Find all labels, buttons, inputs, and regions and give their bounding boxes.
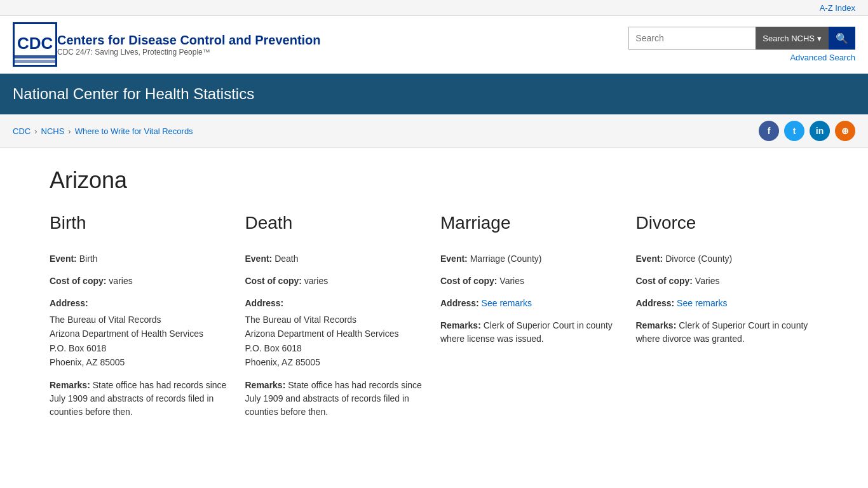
- linkedin-share-button[interactable]: in: [810, 121, 830, 141]
- death-address-block: The Bureau of Vital Records Arizona Depa…: [245, 313, 428, 370]
- cdc-logo-area: CDC Centers for Disease Control and Prev…: [13, 22, 321, 67]
- birth-event-value: Birth: [79, 254, 98, 264]
- birth-column: Birth Event: Birth Cost of copy: varies …: [50, 213, 233, 428]
- site-banner: National Center for Health Statistics: [0, 74, 868, 114]
- death-addr-3: P.O. Box 6018: [245, 341, 428, 355]
- death-addr-1: The Bureau of Vital Records: [245, 313, 428, 327]
- birth-cost: Cost of copy: varies: [50, 274, 233, 288]
- search-nchs-label: Search NCHS: [763, 34, 815, 43]
- divorce-heading: Divorce: [636, 213, 819, 240]
- marriage-address: Address: See remarks: [440, 297, 623, 310]
- death-addr-2: Arizona Department of Health Services: [245, 327, 428, 341]
- twitter-share-button[interactable]: t: [784, 121, 804, 141]
- divorce-column: Divorce Event: Divorce (County) Cost of …: [636, 213, 819, 428]
- agency-tagline: CDC 24/7: Saving Lives, Protecting Peopl…: [57, 48, 321, 57]
- agency-name: Centers for Disease Control and Preventi…: [57, 32, 321, 48]
- birth-event-label: Event:: [50, 254, 77, 264]
- site-header: CDC Centers for Disease Control and Prev…: [0, 16, 868, 74]
- marriage-remarks: Remarks: Clerk of Superior Court in coun…: [440, 319, 623, 346]
- birth-address-block: The Bureau of Vital Records Arizona Depa…: [50, 313, 233, 370]
- marriage-address-value: See remarks: [482, 298, 532, 308]
- death-column: Death Event: Death Cost of copy: varies …: [245, 213, 428, 428]
- birth-address: Address: The Bureau of Vital Records Ari…: [50, 297, 233, 370]
- divorce-address-label: Address:: [636, 298, 675, 308]
- divorce-address-value: See remarks: [677, 298, 727, 308]
- main-content: Arizona Birth Event: Birth Cost of copy:…: [37, 148, 831, 440]
- marriage-remarks-label: Remarks:: [440, 320, 481, 330]
- marriage-cost: Cost of copy: Varies: [440, 274, 623, 288]
- marriage-column: Marriage Event: Marriage (County) Cost o…: [440, 213, 623, 428]
- social-icons: f t in ⊕: [759, 121, 855, 141]
- twitter-icon: t: [793, 126, 796, 136]
- search-input[interactable]: [628, 27, 756, 50]
- birth-remarks-label: Remarks:: [50, 380, 90, 390]
- marriage-address-label: Address:: [440, 298, 479, 308]
- divorce-event: Event: Divorce (County): [636, 252, 819, 266]
- marriage-cost-label: Cost of copy:: [440, 276, 497, 286]
- birth-addr-2: Arizona Department of Health Services: [50, 327, 233, 341]
- death-remarks-label: Remarks:: [245, 380, 286, 390]
- breadcrumb-bar: CDC › NCHS › Where to Write for Vital Re…: [0, 114, 868, 148]
- breadcrumb-cdc[interactable]: CDC: [13, 126, 31, 136]
- marriage-event-label: Event:: [440, 254, 468, 264]
- death-event: Event: Death: [245, 252, 428, 266]
- birth-heading: Birth: [50, 213, 233, 240]
- birth-addr-3: P.O. Box 6018: [50, 341, 233, 355]
- death-event-label: Event:: [245, 254, 273, 264]
- death-heading: Death: [245, 213, 428, 240]
- facebook-share-button[interactable]: f: [759, 121, 779, 141]
- svg-rect-3: [15, 55, 55, 58]
- advanced-search-row: Advanced Search: [790, 52, 855, 62]
- advanced-search-link[interactable]: Advanced Search: [790, 53, 855, 62]
- divorce-cost: Cost of copy: Varies: [636, 274, 819, 288]
- records-grid: Birth Event: Birth Cost of copy: varies …: [50, 213, 818, 428]
- marriage-event: Event: Marriage (County): [440, 252, 623, 266]
- birth-remarks: Remarks: State office has had records si…: [50, 379, 233, 419]
- syndication-button[interactable]: ⊕: [835, 121, 855, 141]
- utility-bar: A-Z Index: [0, 0, 868, 16]
- marriage-cost-value: Varies: [499, 276, 524, 286]
- death-cost-label: Cost of copy:: [245, 276, 302, 286]
- death-addr-4: Phoenix, AZ 85005: [245, 355, 428, 369]
- search-nchs-dropdown[interactable]: Search NCHS ▾: [756, 27, 829, 50]
- breadcrumb-sep-2: ›: [68, 126, 71, 136]
- breadcrumb-nchs[interactable]: NCHS: [41, 126, 65, 136]
- death-remarks: Remarks: State office has had records si…: [245, 379, 428, 419]
- search-row: Search NCHS ▾ 🔍: [628, 27, 855, 50]
- banner-title: National Center for Health Statistics: [13, 85, 855, 103]
- divorce-cost-value: Varies: [695, 276, 720, 286]
- dropdown-arrow-icon: ▾: [817, 34, 822, 43]
- divorce-remarks: Remarks: Clerk of Superior Court in coun…: [636, 319, 819, 346]
- svg-text:CDC: CDC: [17, 34, 53, 53]
- birth-cost-label: Cost of copy:: [50, 276, 106, 286]
- death-cost-value: varies: [304, 276, 328, 286]
- breadcrumb: CDC › NCHS › Where to Write for Vital Re…: [13, 126, 193, 136]
- death-address: Address: The Bureau of Vital Records Ari…: [245, 297, 428, 370]
- divorce-event-value: Divorce (County): [665, 254, 732, 264]
- divorce-remarks-label: Remarks:: [636, 320, 677, 330]
- birth-address-label: Address:: [50, 298, 88, 308]
- birth-cost-value: varies: [109, 276, 132, 286]
- birth-addr-4: Phoenix, AZ 85005: [50, 355, 233, 369]
- search-icon: 🔍: [836, 33, 848, 44]
- divorce-event-label: Event:: [636, 254, 663, 264]
- svg-rect-4: [15, 60, 55, 63]
- death-address-label: Address:: [245, 298, 284, 308]
- birth-addr-1: The Bureau of Vital Records: [50, 313, 233, 327]
- agency-text: Centers for Disease Control and Preventi…: [57, 32, 321, 57]
- birth-event: Event: Birth: [50, 252, 233, 266]
- cdc-emblem: CDC: [13, 22, 57, 67]
- breadcrumb-sep-1: ›: [34, 126, 37, 136]
- linkedin-icon: in: [816, 126, 824, 136]
- syndication-icon: ⊕: [841, 126, 849, 136]
- az-index-link[interactable]: A-Z Index: [820, 3, 855, 13]
- breadcrumb-page[interactable]: Where to Write for Vital Records: [75, 126, 193, 136]
- death-event-value: Death: [275, 254, 298, 264]
- death-cost: Cost of copy: varies: [245, 274, 428, 288]
- marriage-event-value: Marriage (County): [470, 254, 542, 264]
- divorce-address: Address: See remarks: [636, 297, 819, 310]
- facebook-icon: f: [768, 126, 771, 136]
- divorce-cost-label: Cost of copy:: [636, 276, 693, 286]
- search-area: Search NCHS ▾ 🔍 Advanced Search: [628, 27, 855, 62]
- search-submit-button[interactable]: 🔍: [829, 27, 855, 50]
